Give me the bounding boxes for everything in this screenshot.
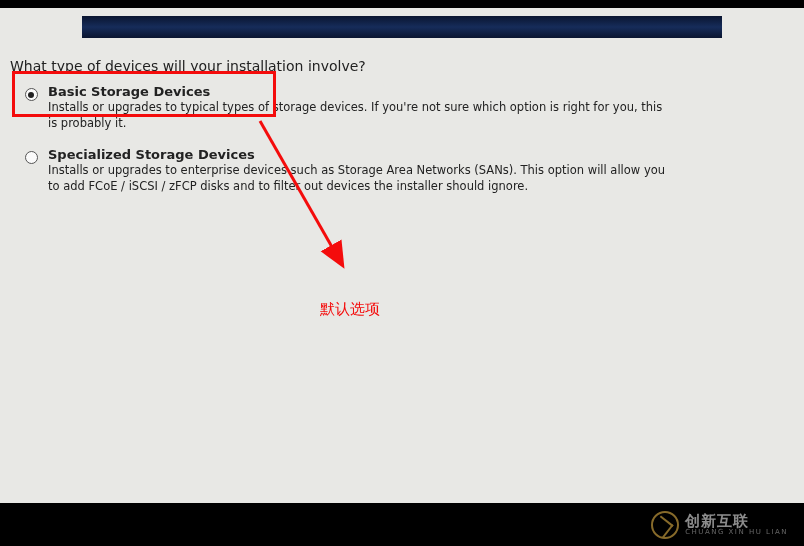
radio-cell [20, 84, 42, 101]
option-specialized-storage[interactable]: Specialized Storage Devices Installs or … [20, 147, 794, 194]
option-text-block: Specialized Storage Devices Installs or … [42, 147, 794, 194]
annotation-label: 默认选项 [320, 300, 380, 319]
top-black-bar [0, 0, 804, 8]
option-basic-storage[interactable]: Basic Storage Devices Installs or upgrad… [20, 84, 794, 131]
watermark-text: 创新互联 CHUANG XIN HU LIAN [685, 514, 788, 536]
options-group: Basic Storage Devices Installs or upgrad… [10, 84, 794, 194]
watermark-logo-icon [651, 511, 679, 539]
option-desc-specialized: Installs or upgrades to enterprise devic… [48, 163, 668, 194]
option-title-specialized: Specialized Storage Devices [48, 147, 794, 162]
radio-cell [20, 147, 42, 164]
radio-basic-storage[interactable] [25, 88, 38, 101]
header-banner [82, 16, 722, 38]
option-desc-basic: Installs or upgrades to typical types of… [48, 100, 668, 131]
option-title-basic: Basic Storage Devices [48, 84, 794, 99]
radio-specialized-storage[interactable] [25, 151, 38, 164]
bottom-black-bar: 创新互联 CHUANG XIN HU LIAN [0, 503, 804, 546]
option-text-block: Basic Storage Devices Installs or upgrad… [42, 84, 794, 131]
watermark-main: 创新互联 [685, 514, 788, 529]
watermark: 创新互联 CHUANG XIN HU LIAN [651, 511, 788, 539]
main-content: What type of devices will your installat… [0, 38, 804, 194]
watermark-sub: CHUANG XIN HU LIAN [685, 529, 788, 536]
question-heading: What type of devices will your installat… [10, 58, 794, 74]
